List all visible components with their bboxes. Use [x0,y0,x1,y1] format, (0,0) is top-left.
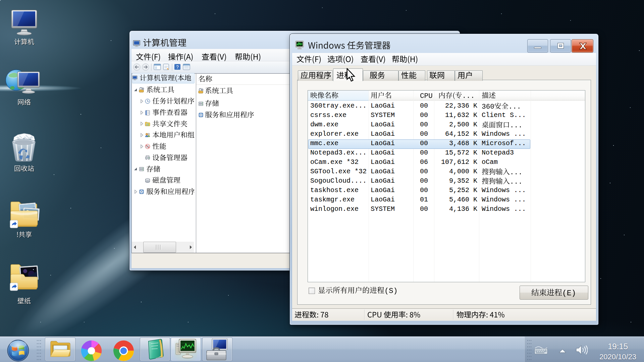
svg-text:?: ? [176,64,179,70]
